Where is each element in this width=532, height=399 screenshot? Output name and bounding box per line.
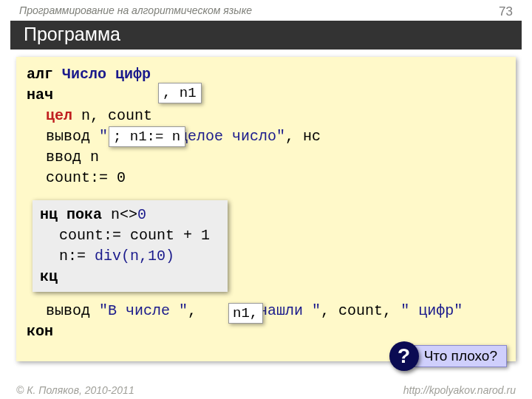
kw-vvod: ввод <box>46 149 90 166</box>
kw-cel: цел <box>46 107 72 124</box>
loop-b2a: n:= <box>59 248 95 265</box>
loop-box: нц пока n<>0 count:= count + 1 n:= div(n… <box>33 200 228 292</box>
code-block: алг Число цифр нач цел n, count вывод "В… <box>16 57 516 361</box>
slide-title: Программа <box>10 21 522 50</box>
loop-body1: count:= count + 1 <box>59 227 210 244</box>
footer-url: http://kpolyakov.narod.ru <box>403 384 516 396</box>
kw-nach: нач <box>27 86 53 103</box>
out2-c2: , count, <box>321 302 400 319</box>
decl-vars: n, count <box>72 107 152 124</box>
out1-tail: , нс <box>285 128 321 145</box>
kw-alg: алг <box>27 66 53 83</box>
kw-nc: нц пока <box>40 206 111 223</box>
out2-c1: , <box>188 302 205 319</box>
kw-kon: кон <box>27 323 53 340</box>
loop-cond: n<> <box>111 206 137 223</box>
kw-vyvod2: вывод <box>46 302 99 319</box>
callout-n1-output: n1, <box>228 303 263 324</box>
question-bubble: ? Что плохо? <box>389 341 507 371</box>
callout-n1-assign: ; n1:= n <box>109 126 185 147</box>
in-var: n <box>90 149 99 166</box>
loop-zero: 0 <box>137 206 146 223</box>
question-text: Что плохо? <box>415 345 507 367</box>
out2-s1: "В числе " <box>99 302 188 319</box>
kw-vyvod1: вывод <box>46 128 99 145</box>
callout-n1-decl: , n1 <box>158 83 202 103</box>
footer-copyright: © К. Поляков, 2010-2011 <box>16 384 134 396</box>
out2-s3: " цифр" <box>400 302 463 319</box>
page-number: 73 <box>499 4 513 19</box>
question-mark-icon: ? <box>389 341 419 371</box>
loop-b2b: div(n,10) <box>95 248 174 265</box>
header-subject: Программирование на алгоритмическом язык… <box>19 4 252 19</box>
kw-kc: кц <box>40 268 58 285</box>
assign-zero: count:= 0 <box>46 169 126 186</box>
alg-name: Число цифр <box>62 66 151 83</box>
